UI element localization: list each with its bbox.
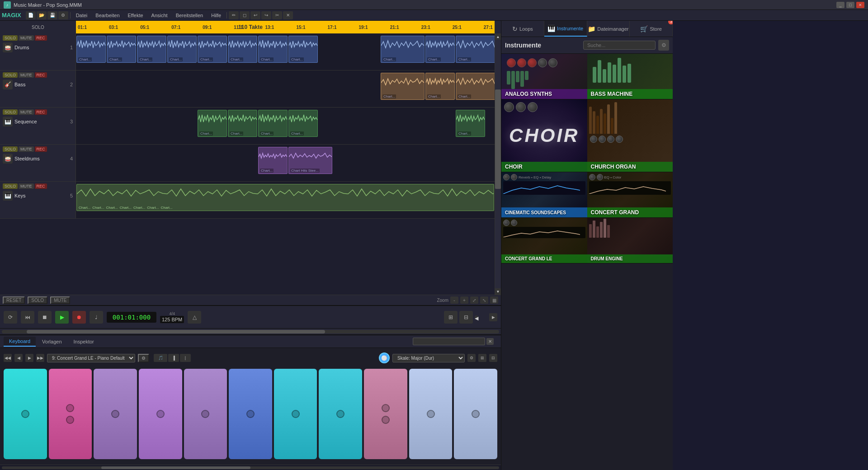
instrumente-tab[interactable]: 🎹 Instrumente <box>544 21 587 37</box>
fader-2[interactable] <box>511 71 515 89</box>
zoom-in-button[interactable]: + <box>460 296 468 304</box>
synth-knob-3[interactable] <box>528 58 537 67</box>
concert-grand-card[interactable]: EQ • Color CONCERT GRAND <box>587 172 673 217</box>
bass-fader-1[interactable] <box>593 67 596 83</box>
record-button[interactable]: ⏺ <box>72 311 86 324</box>
keys-rec-button[interactable]: REC <box>35 183 47 189</box>
analog-synths-card[interactable]: ANALOG SYNTHS <box>501 54 587 99</box>
steeldrums-solo-button[interactable]: SOLO <box>3 146 18 152</box>
choir-knob-3[interactable] <box>528 102 538 112</box>
bass-clip-3[interactable]: Chart... <box>456 73 495 100</box>
scale-select[interactable]: Skale: Major (Dur) <box>392 354 465 362</box>
church-organ-card[interactable]: CHURCH ORGAN <box>587 99 673 172</box>
menu-effekte[interactable]: Effekte <box>124 12 147 19</box>
steeldrums-clip-1[interactable]: Chart... <box>258 147 288 174</box>
tool-misc[interactable]: ✂ <box>272 11 282 19</box>
piano-key-1[interactable] <box>4 369 47 459</box>
tool-draw[interactable]: ✏ <box>229 11 239 19</box>
h-scroll-thumb[interactable] <box>27 330 325 334</box>
close-project-button[interactable]: ✕ <box>283 11 293 19</box>
rewind-button[interactable]: ⏮ <box>21 311 34 324</box>
piano-key-3[interactable] <box>94 369 137 459</box>
view-button[interactable]: ▦ <box>490 296 498 304</box>
bass-fader-4[interactable] <box>608 62 611 83</box>
piano-key-8[interactable] <box>319 369 362 459</box>
open-file-button[interactable]: 📂 <box>37 11 47 19</box>
preset-select[interactable]: 9: Concert Grand LE - Piano Default <box>47 354 135 362</box>
view-toggle-button[interactable]: ⊟ <box>459 311 473 324</box>
tracks-vertical-scrollbar[interactable]: ▲ ▼ <box>495 33 501 295</box>
minimize-button[interactable]: _ <box>836 2 844 8</box>
drum-fader-4[interactable] <box>600 222 603 238</box>
metronome-button[interactable]: ♩ <box>90 311 103 324</box>
tuner-button[interactable]: △ <box>188 311 201 324</box>
choir-knob-2[interactable] <box>516 102 526 112</box>
keyboard-tab[interactable]: Keyboard <box>4 337 36 347</box>
drums-clip-6[interactable]: Chart... <box>228 36 257 63</box>
drum-fader-5[interactable] <box>604 219 606 238</box>
keys-mute-button[interactable]: MUTE <box>19 183 34 189</box>
drums-rec-button[interactable]: REC <box>35 35 47 41</box>
solo-all-button[interactable]: SOLO <box>28 296 47 304</box>
loops-tab[interactable]: ↻ Loops <box>501 21 544 37</box>
piano-key-10[interactable] <box>409 369 453 459</box>
organ-knob-3[interactable] <box>607 136 614 143</box>
bass-clip-1[interactable]: Chart... <box>381 73 425 100</box>
preset-prev2-button[interactable]: ◀◀ <box>4 354 12 362</box>
bass-fader-3[interactable] <box>603 69 606 83</box>
menu-datei[interactable]: Datei <box>72 12 91 19</box>
bass-clip-2[interactable]: Chart... <box>425 73 455 100</box>
piano-key-5[interactable] <box>184 369 227 459</box>
instruments-settings-button[interactable]: ⚙ <box>658 40 669 51</box>
piano-key-11[interactable] <box>454 369 497 459</box>
vorlagen-tab[interactable]: Vorlagen <box>37 337 67 346</box>
le-knob-2[interactable] <box>511 220 517 226</box>
fader-3[interactable] <box>516 71 519 82</box>
concert-grand-le-card[interactable]: CONCERT GRAND LE <box>501 218 587 263</box>
inspektor-tab[interactable]: Inspektor <box>68 337 99 346</box>
save-button[interactable]: 💾 <box>47 11 57 19</box>
preset-prev-button[interactable]: ◀ <box>14 354 23 362</box>
sequence-mute-button[interactable]: MUTE <box>19 109 34 115</box>
drum-engine-card[interactable]: DRUM ENGINE <box>587 218 673 263</box>
bottom-search-input[interactable] <box>413 338 485 345</box>
fit-button[interactable]: ⤢ <box>470 296 478 304</box>
menu-hilfe[interactable]: Hilfe <box>208 12 225 19</box>
play-button[interactable]: ▶ <box>55 311 69 324</box>
synth-knob-2[interactable] <box>517 58 526 67</box>
kb-extra-button[interactable]: ⊞ <box>478 354 486 362</box>
sequence-rec-button[interactable]: REC <box>35 109 47 115</box>
kb-mode-1[interactable]: 🎵 <box>154 354 167 362</box>
bass-fader-2[interactable] <box>598 60 601 83</box>
kb-midi-button[interactable]: ⊟ <box>489 354 497 362</box>
titlebar-controls[interactable]: _ □ ✕ <box>836 2 864 8</box>
grid-button[interactable]: ⊞ <box>444 311 458 324</box>
kb-mode-3[interactable]: | <box>180 354 191 362</box>
bottom-search-close[interactable]: ✕ <box>486 338 494 345</box>
undo-button[interactable]: ↩ <box>250 11 260 19</box>
stop-button[interactable]: ⏹ <box>38 311 52 324</box>
drums-mute-button[interactable]: MUTE <box>19 35 34 41</box>
piano-key-4[interactable] <box>139 369 182 459</box>
close-button[interactable]: ✕ <box>856 2 864 8</box>
drums-clip-7[interactable]: Chart... <box>258 36 288 63</box>
le-knob-1[interactable] <box>503 220 509 226</box>
preset-next-button[interactable]: ▶ <box>25 354 33 362</box>
mute-all-button[interactable]: MUTE <box>50 296 70 304</box>
con-knob-2[interactable] <box>597 174 603 180</box>
synth-knob-5[interactable] <box>548 58 557 67</box>
keys-clips-full[interactable]: Chart... Chart... Chart... Chart... Char… <box>76 184 494 211</box>
drums-clip-9[interactable]: Chart... <box>381 36 425 63</box>
sequence-clip-2[interactable]: Chart... <box>228 110 257 137</box>
fader-5[interactable] <box>525 71 528 80</box>
bass-rec-button[interactable]: REC <box>35 72 47 78</box>
keyboard-scrollbar-thumb[interactable] <box>101 466 250 469</box>
organ-knob-1[interactable] <box>590 136 597 143</box>
synth-knob-1[interactable] <box>507 58 516 67</box>
settings-button[interactable]: ⚙ <box>58 11 68 19</box>
steeldrums-clip-2[interactable]: Chart Hits Stee... <box>288 147 332 174</box>
store-tab[interactable]: 🛒 Store 3 <box>630 21 673 37</box>
cin-knob-1[interactable] <box>503 174 509 180</box>
choir-card[interactable]: CHOIR CHOIR <box>501 99 587 172</box>
piano-key-6[interactable] <box>229 369 272 459</box>
